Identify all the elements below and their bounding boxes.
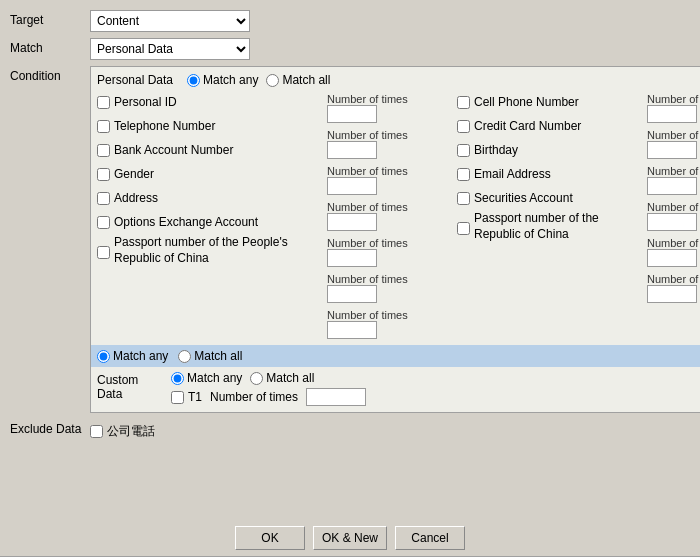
list-item: Gender bbox=[97, 163, 327, 185]
match-all-text: Match all bbox=[282, 73, 330, 87]
exclude-data-control: 公司電話 bbox=[90, 419, 690, 444]
num-times-input-4[interactable] bbox=[327, 213, 377, 231]
sep-match-any-radio[interactable] bbox=[97, 350, 110, 363]
options-exchange-checkbox[interactable] bbox=[97, 216, 110, 229]
sep-match-all-text: Match all bbox=[194, 349, 242, 363]
button-row: OK OK & New Cancel bbox=[0, 520, 700, 556]
num-times-label-6: Number of times bbox=[327, 273, 457, 285]
list-item: Birthday bbox=[457, 139, 647, 161]
birthday-checkbox[interactable] bbox=[457, 144, 470, 157]
sep-match-all-label[interactable]: Match all bbox=[178, 349, 242, 363]
cell-phone-label: Cell Phone Number bbox=[474, 95, 579, 109]
bank-account-checkbox[interactable] bbox=[97, 144, 110, 157]
credit-card-label: Credit Card Number bbox=[474, 119, 581, 133]
num-times-label-r6: Number of times bbox=[647, 273, 700, 285]
t1-checkbox[interactable] bbox=[171, 391, 184, 404]
cancel-button[interactable]: Cancel bbox=[395, 526, 465, 550]
condition-box: Personal Data Match any Match all bbox=[90, 66, 700, 413]
bank-account-label: Bank Account Number bbox=[114, 143, 233, 157]
match-all-radio[interactable] bbox=[266, 74, 279, 87]
email-address-label: Email Address bbox=[474, 167, 551, 181]
gender-checkbox[interactable] bbox=[97, 168, 110, 181]
num-times-input-7[interactable] bbox=[327, 321, 377, 339]
num-times-input-r6[interactable] bbox=[647, 285, 697, 303]
num-times-label-5: Number of times bbox=[327, 237, 457, 249]
match-any-text: Match any bbox=[203, 73, 258, 87]
num-times-label-4: Number of times bbox=[327, 201, 457, 213]
num-times-label-1: Number of times bbox=[327, 93, 457, 105]
t1-num-times-label: Number of times bbox=[210, 390, 298, 404]
num-times-label-3: Number of times bbox=[327, 165, 457, 177]
right-column: Cell Phone Number Credit Card Number Bir… bbox=[457, 91, 647, 341]
personal-data-label: Personal Data bbox=[97, 73, 173, 87]
personal-data-header: Personal Data Match any Match all bbox=[97, 73, 700, 87]
ok-button[interactable]: OK bbox=[235, 526, 305, 550]
credit-card-checkbox[interactable] bbox=[457, 120, 470, 133]
num-times-input-r1[interactable] bbox=[647, 105, 697, 123]
num-times-input-6[interactable] bbox=[327, 285, 377, 303]
exclude-data-label: Exclude Data bbox=[10, 419, 90, 436]
cell-phone-checkbox[interactable] bbox=[457, 96, 470, 109]
list-item: Email Address bbox=[457, 163, 647, 185]
passport-prc-label: Passport number of the People's Republic… bbox=[114, 235, 304, 266]
passport-prc-checkbox[interactable] bbox=[97, 246, 110, 259]
match-all-radio-label[interactable]: Match all bbox=[266, 73, 330, 87]
exclude-check-row: 公司電話 bbox=[90, 419, 690, 444]
target-row: Target Content bbox=[10, 10, 690, 32]
columns-container: Personal ID Telephone Number Bank Accoun… bbox=[97, 91, 700, 341]
num-times-input-r5[interactable] bbox=[647, 249, 697, 267]
num-times-input-3[interactable] bbox=[327, 177, 377, 195]
num-times-input-1[interactable] bbox=[327, 105, 377, 123]
condition-row: Condition Personal Data Match any Match … bbox=[10, 66, 690, 413]
custom-match-all-text: Match all bbox=[266, 371, 314, 385]
passport-roc-checkbox[interactable] bbox=[457, 222, 470, 235]
exclude-company-phone-checkbox[interactable] bbox=[90, 425, 103, 438]
num-times-input-r4[interactable] bbox=[647, 213, 697, 231]
match-row: Match Personal Data bbox=[10, 38, 690, 60]
list-item: Securities Account bbox=[457, 187, 647, 209]
target-label: Target bbox=[10, 10, 90, 27]
middle-column: Number of times Number of times Number o… bbox=[327, 91, 457, 341]
list-item: Bank Account Number bbox=[97, 139, 327, 161]
num-times-input-5[interactable] bbox=[327, 249, 377, 267]
custom-match-all-radio[interactable] bbox=[250, 372, 263, 385]
securities-account-checkbox[interactable] bbox=[457, 192, 470, 205]
ok-new-button[interactable]: OK & New bbox=[313, 526, 387, 550]
target-select[interactable]: Content bbox=[90, 10, 250, 32]
separator-row: Match any Match all bbox=[91, 345, 700, 367]
left-column: Personal ID Telephone Number Bank Accoun… bbox=[97, 91, 327, 341]
match-control: Personal Data bbox=[90, 38, 690, 60]
t1-num-times-input[interactable] bbox=[306, 388, 366, 406]
t1-row: T1 Number of times bbox=[171, 388, 366, 406]
gender-label: Gender bbox=[114, 167, 154, 181]
sep-match-all-radio[interactable] bbox=[178, 350, 191, 363]
telephone-number-checkbox[interactable] bbox=[97, 120, 110, 133]
target-control: Content bbox=[90, 10, 690, 32]
match-select[interactable]: Personal Data bbox=[90, 38, 250, 60]
email-address-checkbox[interactable] bbox=[457, 168, 470, 181]
address-checkbox[interactable] bbox=[97, 192, 110, 205]
match-any-radio-label[interactable]: Match any bbox=[187, 73, 258, 87]
personal-id-checkbox[interactable] bbox=[97, 96, 110, 109]
custom-match-all-label[interactable]: Match all bbox=[250, 371, 314, 385]
num-times-label-r1: Number of times bbox=[647, 93, 700, 105]
match-any-radio[interactable] bbox=[187, 74, 200, 87]
birthday-label: Birthday bbox=[474, 143, 518, 157]
securities-account-label: Securities Account bbox=[474, 191, 573, 205]
custom-match-any-radio[interactable] bbox=[171, 372, 184, 385]
passport-roc-label: Passport number of the Republic of China bbox=[474, 211, 647, 242]
custom-data-label: Custom Data bbox=[97, 371, 167, 401]
custom-section: Custom Data Match any Match all bbox=[97, 371, 700, 406]
num-times-input-r3[interactable] bbox=[647, 177, 697, 195]
num-times-label-7: Number of times bbox=[327, 309, 457, 321]
num-times-label-r2: Number of times bbox=[647, 129, 700, 141]
condition-control: Personal Data Match any Match all bbox=[90, 66, 700, 413]
match-label: Match bbox=[10, 38, 90, 55]
num-times-input-r2[interactable] bbox=[647, 141, 697, 159]
sep-match-any-text: Match any bbox=[113, 349, 168, 363]
options-exchange-label: Options Exchange Account bbox=[114, 215, 258, 229]
main-dialog: Target Content Match Personal Data Condi… bbox=[0, 0, 700, 510]
sep-match-any-label[interactable]: Match any bbox=[97, 349, 168, 363]
custom-match-any-label[interactable]: Match any bbox=[171, 371, 242, 385]
num-times-input-2[interactable] bbox=[327, 141, 377, 159]
